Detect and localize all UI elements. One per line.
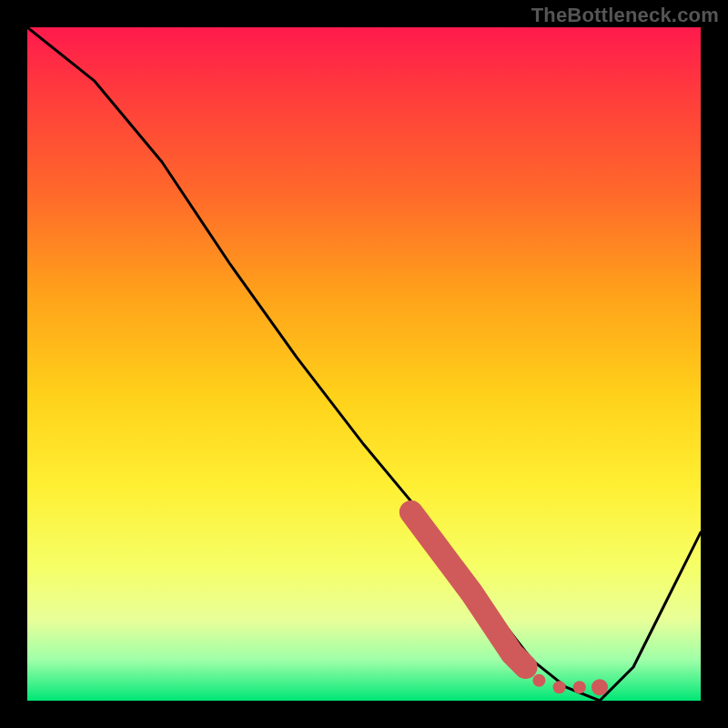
bottleneck-curve: [27, 27, 701, 701]
marker-dot: [553, 681, 566, 693]
marker-dot: [573, 681, 586, 693]
chart-frame: TheBottleneck.com: [0, 0, 728, 728]
watermark-text: TheBottleneck.com: [531, 4, 719, 27]
marker-group: [411, 512, 608, 695]
plot-area: [27, 27, 701, 701]
plot-svg: [27, 27, 701, 701]
marker-segment: [411, 512, 526, 667]
marker-dot: [532, 674, 545, 687]
marker-dot: [592, 679, 608, 695]
